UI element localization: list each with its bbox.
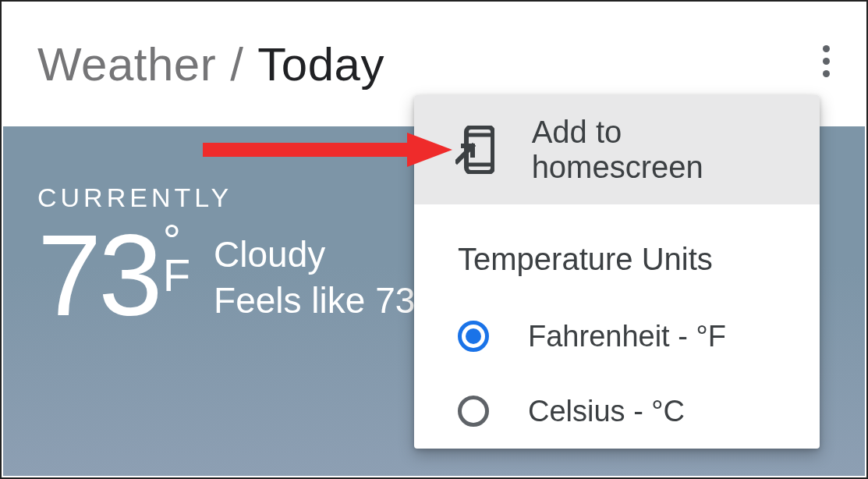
temperature-value: 73 bbox=[37, 218, 160, 333]
add-to-homescreen-item[interactable]: Add to homescreen bbox=[414, 95, 820, 204]
radio-icon bbox=[458, 321, 489, 352]
radio-label: Fahrenheit - °F bbox=[528, 320, 726, 353]
breadcrumb-section[interactable]: Weather bbox=[37, 37, 216, 91]
options-menu: Add to homescreen Temperature Units Fahr… bbox=[414, 95, 820, 449]
add-to-homescreen-icon bbox=[453, 126, 498, 174]
breadcrumb-separator: / bbox=[230, 37, 243, 91]
conditions-block: Cloudy Feels like 73° bbox=[214, 232, 430, 324]
more-options-button[interactable] bbox=[807, 42, 845, 80]
breadcrumb-current: Today bbox=[257, 37, 384, 91]
more-vertical-icon bbox=[823, 58, 830, 65]
feels-like-text: Feels like 73° bbox=[214, 278, 430, 324]
temperature-units-heading: Temperature Units bbox=[414, 204, 820, 299]
unit-option-fahrenheit[interactable]: Fahrenheit - °F bbox=[414, 299, 820, 374]
unit-option-celsius[interactable]: Celsius - °C bbox=[414, 374, 820, 449]
menu-item-label: Add to homescreen bbox=[532, 115, 787, 185]
radio-label: Celsius - °C bbox=[528, 395, 685, 428]
more-vertical-icon bbox=[823, 45, 830, 52]
condition-text: Cloudy bbox=[214, 232, 430, 278]
temperature-unit: F bbox=[163, 254, 190, 296]
radio-icon bbox=[458, 396, 489, 427]
more-vertical-icon bbox=[823, 70, 830, 77]
breadcrumb: Weather / Today bbox=[37, 37, 384, 91]
temperature-unit-block: ° F bbox=[163, 222, 190, 296]
